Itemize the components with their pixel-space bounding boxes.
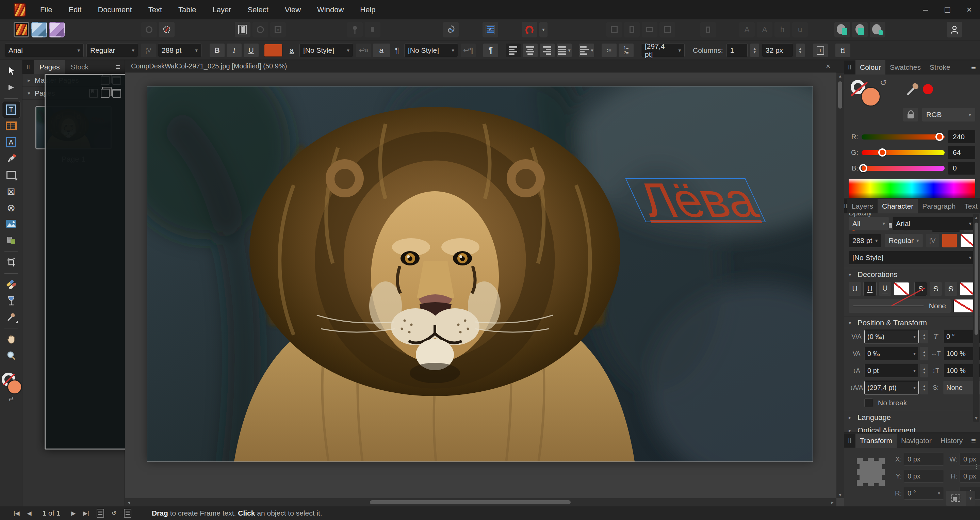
- swap-fill-stroke-icon[interactable]: ↺: [880, 78, 887, 87]
- preflight-icon[interactable]: [141, 22, 157, 37]
- underline-button[interactable]: U: [243, 44, 259, 57]
- align-left-button[interactable]: [506, 44, 520, 57]
- char-fill-swatch[interactable]: [942, 234, 957, 247]
- document-close-icon[interactable]: ×: [826, 62, 830, 71]
- gradient-tool-icon[interactable]: [2, 276, 20, 293]
- table-tool-icon[interactable]: [2, 118, 20, 134]
- char-kerning-icon[interactable]: ¦V: [926, 234, 939, 247]
- designer-persona-icon[interactable]: [49, 22, 65, 37]
- strike-single-button[interactable]: S: [930, 282, 942, 296]
- close-button[interactable]: ×: [958, 0, 980, 19]
- align-c-icon[interactable]: h: [775, 22, 790, 37]
- green-value[interactable]: 64: [948, 146, 975, 159]
- align-right-button[interactable]: [540, 44, 555, 57]
- tab-stroke[interactable]: Stroke: [925, 60, 955, 75]
- h-field[interactable]: 0 px: [959, 470, 980, 483]
- selection-box-chevron-icon[interactable]: ▾: [966, 491, 975, 506]
- snapping-magnet-icon[interactable]: [522, 22, 537, 37]
- panel-scroll-thumb[interactable]: [975, 223, 978, 335]
- menu-help[interactable]: Help: [352, 0, 383, 19]
- tab-paragraph[interactable]: Paragraph: [918, 199, 960, 213]
- font-family-select[interactable]: Arial▾: [5, 44, 84, 57]
- horizontal-scrollbar[interactable]: ◂ ▸: [125, 498, 837, 506]
- spread-view-icon[interactable]: [124, 509, 131, 518]
- vertical-scrollbar[interactable]: ▴ ▾: [837, 73, 844, 498]
- insert-ontop-icon[interactable]: [852, 22, 868, 37]
- menu-window[interactable]: Window: [309, 0, 352, 19]
- art-text-tool-icon[interactable]: A: [2, 134, 20, 150]
- fill-stroke-wells[interactable]: [2, 373, 21, 392]
- position-transform-header[interactable]: ▾Position & Transform: [844, 316, 980, 329]
- menu-select[interactable]: Select: [240, 0, 277, 19]
- text-fill-swatch[interactable]: [264, 44, 282, 57]
- order-backward-icon[interactable]: [642, 22, 657, 37]
- align-a-icon[interactable]: A: [739, 22, 755, 37]
- pages-section[interactable]: ▾ Pages: [22, 87, 124, 100]
- fill-well-icon[interactable]: [7, 380, 22, 394]
- tab-stock[interactable]: Stock: [65, 60, 94, 74]
- underline-double-button[interactable]: U: [879, 282, 891, 296]
- frame-text-tool-icon[interactable]: T: [2, 102, 20, 118]
- blue-slider[interactable]: [862, 166, 945, 171]
- char-text-style-select[interactable]: [No Style]▾: [849, 251, 975, 264]
- swap-colours-icon[interactable]: ⇄: [8, 395, 14, 402]
- maximize-button[interactable]: □: [937, 0, 958, 19]
- panel-grip[interactable]: II: [844, 434, 856, 447]
- publisher-persona-icon[interactable]: [14, 22, 29, 37]
- green-slider[interactable]: [862, 150, 945, 155]
- pen-tool-icon[interactable]: [2, 150, 20, 167]
- gutter-stepper[interactable]: ▴▾: [796, 44, 805, 57]
- node-tool-icon[interactable]: [2, 79, 20, 95]
- fill-colour-well[interactable]: [861, 87, 881, 107]
- last-page-icon[interactable]: ▶|: [83, 510, 89, 517]
- lock-icon[interactable]: [903, 108, 918, 121]
- document-page[interactable]: [147, 86, 813, 461]
- leading-icon[interactable]: ▾: [579, 44, 594, 57]
- panel-scrollbar[interactable]: ▲ ▼: [973, 214, 979, 421]
- paragraph-style-select[interactable]: [No Style]▾: [404, 44, 458, 57]
- account-person-icon[interactable]: [947, 22, 962, 37]
- menu-text[interactable]: Text: [140, 0, 170, 19]
- rotate-view-icon[interactable]: ↺: [111, 510, 116, 517]
- gutter-input[interactable]: 32 px: [762, 44, 793, 57]
- anchor-point-selector[interactable]: [856, 457, 886, 487]
- margins-icon[interactable]: [235, 22, 250, 37]
- blue-value[interactable]: 0: [948, 162, 975, 175]
- tab-character[interactable]: Character: [878, 199, 918, 213]
- char-style-icon[interactable]: a: [286, 44, 298, 57]
- settings-gear-icon[interactable]: [159, 22, 175, 37]
- insert-behind-icon[interactable]: [870, 22, 885, 37]
- font-size-select[interactable]: 288 pt▾: [158, 44, 202, 57]
- panel-grip[interactable]: II: [844, 60, 856, 74]
- kerning-field[interactable]: (0 ‰)▾: [864, 330, 919, 343]
- menu-edit[interactable]: Edit: [60, 0, 89, 19]
- underline-single-button[interactable]: U: [864, 282, 876, 296]
- order-back-icon[interactable]: [659, 22, 675, 37]
- align-center-button[interactable]: [523, 44, 538, 57]
- show-characters-button[interactable]: a: [373, 44, 390, 57]
- panel-menu-icon[interactable]: ≡: [971, 436, 976, 445]
- tab-history[interactable]: History: [936, 434, 967, 448]
- frame-properties-icon[interactable]: T: [813, 44, 828, 57]
- bold-button[interactable]: B: [210, 44, 224, 57]
- char-font-select[interactable]: Arial▾: [892, 217, 975, 231]
- document-tab[interactable]: CompDeskWalCol-2971_025.jpg [Modified] (…: [125, 62, 287, 70]
- picture-frame-rect-icon[interactable]: ⊠: [2, 183, 20, 199]
- char-style-select[interactable]: Regular▾: [885, 234, 923, 247]
- update-para-style-icon[interactable]: ↩¶: [461, 44, 476, 57]
- rectangle-tool-icon[interactable]: [2, 167, 20, 183]
- view-hand-tool-icon[interactable]: [2, 331, 20, 347]
- order-forward-icon[interactable]: [624, 22, 640, 37]
- delete-page-icon[interactable]: [112, 89, 121, 98]
- tracking-field[interactable]: 0 ‰▾: [864, 347, 919, 360]
- italic-button[interactable]: I: [227, 44, 242, 57]
- leading-override-field[interactable]: (297,4 pt)▾: [864, 381, 919, 394]
- text-flow-icon[interactable]: A: [482, 22, 498, 37]
- crop-tool-icon[interactable]: [2, 254, 20, 270]
- strike-none-button[interactable]: S: [915, 282, 927, 296]
- pin-icon[interactable]: [347, 22, 363, 37]
- language-header[interactable]: ▸Language: [844, 411, 980, 424]
- menu-view[interactable]: View: [277, 0, 309, 19]
- panel-menu-icon[interactable]: ≡: [971, 63, 976, 72]
- picture-frame-ellipse-icon[interactable]: ⊗: [2, 199, 20, 216]
